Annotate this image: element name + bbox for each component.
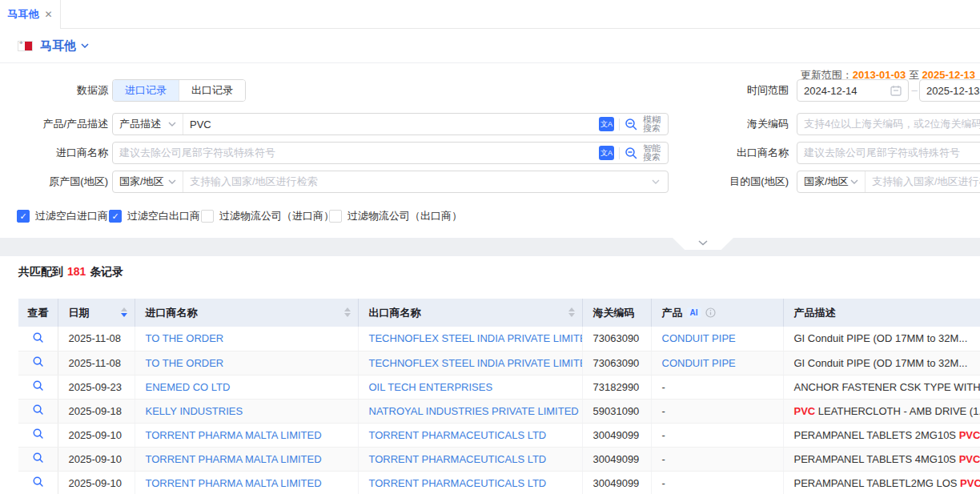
importer-link[interactable]: TORRENT PHARMA MALTA LIMITED (135, 423, 358, 447)
tab-bar: 马耳他 ✕ (0, 0, 980, 29)
malta-flag-icon (18, 41, 33, 51)
fuzzy-search-text[interactable]: 模糊搜索 (643, 115, 662, 133)
app-window: 马耳他 ✕ 马耳他 更新范围：2013-01-03 至 2025-12-13 数… (0, 0, 980, 494)
close-icon[interactable]: ✕ (44, 9, 52, 20)
data-source-label: 数据源 (0, 79, 108, 102)
dest-country-placeholder[interactable]: 支持输入国家/地区进行检 (866, 175, 980, 189)
importer-link[interactable]: TO THE ORDER (135, 351, 358, 375)
checkbox-icon[interactable]: ✓ (17, 210, 30, 223)
desc-text: ANCHOR FASTENER CSK TYPE WITH ... (794, 381, 980, 393)
hs-code-placeholder: 支持4位以上海关编码，或2位海关编码加 (797, 117, 980, 131)
table-row: 2025-09-18KELLY INDUSTRIESNATROYAL INDUS… (18, 399, 980, 423)
importer-link[interactable]: TORRENT PHARMA MALTA LIMITED (135, 471, 358, 494)
hs-code-input[interactable]: 支持4位以上海关编码，或2位海关编码加 (797, 113, 980, 135)
exporter-link[interactable]: NATROYAL INDUSTRIES PRIVATE LIMITED (358, 399, 582, 423)
translate-icon[interactable]: 文A (599, 146, 614, 160)
country-header: 马耳他 (0, 29, 980, 63)
product-input[interactable]: PVC (183, 118, 599, 131)
importer-input[interactable]: 建议去除公司尾部字符或特殊符号 文A 智能搜索 (112, 142, 669, 164)
header-importer[interactable]: 进口商名称 (135, 299, 358, 327)
importer-link[interactable]: ENEMED CO LTD (135, 375, 358, 399)
product-input-suffix: 文A 模糊搜索 (599, 115, 668, 133)
tab-export-records[interactable]: 出口记录 (179, 80, 245, 101)
date-end-input[interactable]: 2025-12-13 (919, 79, 980, 102)
description-cell: PVC LEATHERCLOTH - AMB DRIVE (1... (783, 399, 980, 423)
tab-malta[interactable]: 马耳他 ✕ (0, 0, 61, 29)
date-cell: 2025-09-10 (58, 447, 135, 471)
view-record-button[interactable] (18, 399, 58, 423)
product-cell[interactable]: CONDUIT PIPE (651, 327, 783, 351)
desc-text: LEATHERCLOTH - AMB DRIVE (1... (815, 405, 980, 417)
exporter-link[interactable]: TORRENT PHARMACEUTICALS LTD (358, 447, 582, 471)
chevron-down-icon[interactable] (652, 179, 660, 184)
table-row: 2025-11-08TO THE ORDERTECHNOFLEX STEEL I… (18, 351, 980, 375)
desc-text: PERAMPANEL TABLETS 4MG10S (794, 453, 959, 465)
fuzzy-search-icon[interactable] (625, 118, 638, 131)
header-exporter[interactable]: 出口商名称 (358, 299, 582, 327)
filter-checkbox-logistics-exporter[interactable]: 过滤物流公司（出口商） (329, 209, 462, 223)
sort-icon-importer[interactable] (344, 307, 351, 317)
header-product-label: 产品 (662, 307, 683, 319)
country-title: 马耳他 (40, 38, 76, 54)
origin-type-select[interactable]: 国家/地区 (113, 171, 183, 192)
exporter-link[interactable]: TORRENT PHARMACEUTICALS LTD (358, 471, 582, 494)
checkbox-label: 过滤物流公司（进口商） (219, 209, 334, 223)
header-desc-label: 产品描述 (794, 307, 836, 319)
origin-country-placeholder[interactable]: 支持输入国家/地区进行检索 (183, 175, 652, 189)
tab-import-records[interactable]: 进口记录 (113, 80, 179, 101)
chevron-down-icon (168, 179, 176, 184)
table-row: 2025-09-10TORRENT PHARMA MALTA LIMITEDTO… (18, 423, 980, 447)
product-cell[interactable]: CONDUIT PIPE (651, 351, 783, 375)
view-record-button[interactable] (18, 327, 58, 351)
importer-link[interactable]: KELLY INDUSTRIES (135, 399, 358, 423)
exporter-link[interactable]: TECHNOFLEX STEEL INDIA PRIVATE LIMITED (358, 327, 582, 351)
view-record-button[interactable] (18, 471, 58, 494)
importer-link[interactable]: TORRENT PHARMA MALTA LIMITED (135, 447, 358, 471)
importer-link[interactable]: TO THE ORDER (135, 327, 358, 351)
tab-label: 马耳他 (7, 7, 38, 22)
dest-type-select[interactable]: 国家/地区 (797, 171, 866, 192)
hs-code-cell: 30049099 (582, 447, 651, 471)
checkbox-icon[interactable] (201, 210, 214, 223)
exporter-link[interactable]: TECHNOFLEX STEEL INDIA PRIVATE LIMITED (358, 351, 582, 375)
view-record-button[interactable] (18, 375, 58, 399)
product-type-select[interactable]: 产品描述 (113, 114, 183, 135)
table-body: 2025-11-08TO THE ORDERTECHNOFLEX STEEL I… (18, 327, 980, 494)
checkbox-icon[interactable] (329, 210, 342, 223)
product-label: 产品/产品描述 (0, 113, 108, 135)
smart-search-text[interactable]: 智能搜索 (643, 144, 662, 162)
importer-input-suffix: 文A 智能搜索 (599, 144, 668, 162)
smart-search-icon[interactable] (625, 147, 638, 160)
sort-icon-date[interactable] (121, 307, 127, 317)
view-record-button[interactable] (18, 447, 58, 471)
desc-text: GI Conduit PIPE (OD 17MM to 32M... (794, 357, 968, 369)
exporter-input[interactable]: 建议去除公司尾部字符或特殊符号 (797, 142, 980, 164)
filter-checkbox-blank-importer[interactable]: ✓ 过滤空白进口商 (17, 209, 108, 223)
view-magnifier-icon (32, 331, 44, 343)
hs-code-cell: 73063090 (582, 351, 651, 375)
view-record-button[interactable] (18, 351, 58, 375)
header-description: 产品描述 (783, 299, 980, 327)
exporter-link[interactable]: TORRENT PHARMACEUTICALS LTD (358, 423, 582, 447)
header-date[interactable]: 日期 (58, 299, 135, 327)
filter-checkbox-blank-exporter[interactable]: ✓ 过滤空白出口商 (109, 209, 200, 223)
header-hs-code: 海关编码 (582, 299, 651, 327)
checkbox-icon[interactable]: ✓ (109, 210, 122, 223)
view-magnifier-icon (32, 452, 44, 464)
view-magnifier-icon (32, 476, 44, 488)
date-start-input[interactable]: 2024-12-14 (797, 79, 909, 102)
translate-icon[interactable]: 文A (599, 117, 614, 131)
header-product: 产品AI (651, 299, 783, 327)
summary-suffix: 条记录 (90, 265, 123, 278)
sort-icon-exporter[interactable] (568, 307, 575, 317)
chevron-down-icon[interactable] (81, 43, 89, 48)
hs-code-cell: 30049099 (582, 423, 651, 447)
info-icon[interactable] (705, 307, 716, 318)
description-cell: ANCHOR FASTENER CSK TYPE WITH ... (783, 375, 980, 399)
product-input-group: 产品描述 PVC 文A 模糊搜索 (112, 113, 669, 135)
dest-country-label: 目的国(地区) (711, 171, 789, 193)
view-record-button[interactable] (18, 423, 58, 447)
exporter-link[interactable]: OIL TECH ENTERPRISES (358, 375, 582, 399)
filter-checkbox-logistics-importer[interactable]: 过滤物流公司（进口商） (201, 209, 334, 223)
header-importer-label: 进口商名称 (146, 307, 198, 319)
